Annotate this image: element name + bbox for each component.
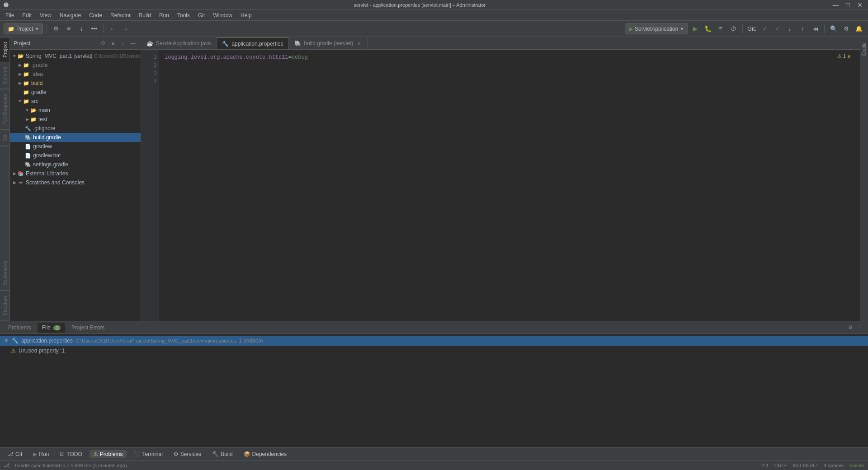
tree-label-gradlew: gradlew — [33, 143, 52, 150]
tab-git[interactable]: Git — [0, 130, 9, 146]
menu-view[interactable]: View — [36, 11, 55, 19]
line-sep[interactable]: CRLF — [774, 463, 788, 468]
menu-code[interactable]: Code — [85, 11, 106, 19]
problem-file-row[interactable]: ▼ 🔧 application.properties C:\Users\CK1R… — [0, 336, 868, 346]
settings-btn[interactable]: ⚙ — [841, 24, 852, 34]
project-errors-label: Project Errors — [71, 324, 104, 331]
tree-item-gradle[interactable]: 📁 gradle — [10, 88, 141, 97]
git-push[interactable]: ↑ — [797, 24, 808, 34]
tab-bookmarks[interactable]: Bookmarks — [0, 256, 9, 291]
tool-services[interactable]: ⚙ Services — [170, 450, 205, 458]
tab-servlet-java[interactable]: ☕ ServletApplication.java — [141, 38, 217, 49]
menu-tools[interactable]: Tools — [174, 11, 193, 19]
menu-help[interactable]: Help — [237, 11, 255, 19]
toolbar-sort[interactable]: ↕ — [76, 24, 87, 34]
panel-actions: ⚙ ≡ ↕ ••• — [99, 39, 137, 47]
tab-structure[interactable]: Structure — [0, 291, 9, 321]
profile-btn[interactable]: ⏱ — [728, 24, 739, 34]
tab-close-btn[interactable]: ✕ — [356, 40, 362, 47]
notifications-btn[interactable]: 🔔 — [854, 24, 864, 34]
panel-more-btn[interactable]: ••• — [129, 39, 137, 47]
git-check1[interactable]: ✓ — [759, 24, 770, 34]
dependencies-icon: 📦 — [244, 451, 250, 457]
tab-problems[interactable]: Problems — [4, 323, 36, 333]
tree-item-gitignore[interactable]: 🔧 .gitignore — [10, 124, 141, 133]
problem-item-row[interactable]: ⚠ Unused property :1 — [0, 346, 868, 356]
panel-layout-btn[interactable]: ≡ — [109, 39, 117, 47]
coverage-btn[interactable]: ☂ — [715, 24, 726, 34]
toolbar-more[interactable]: ••• — [89, 24, 99, 34]
expand-arrow: ▶ — [17, 80, 23, 86]
toolbar-git[interactable]: Git: — [746, 24, 757, 34]
tree-item-build-gradle[interactable]: 🐘 build.gradle — [10, 133, 141, 142]
git-branch[interactable]: master — [849, 463, 864, 468]
project-dropdown[interactable]: 📁 Project ▼ — [4, 24, 43, 34]
tool-dependencies[interactable]: 📦 Dependencies — [240, 450, 291, 458]
tab-commit[interactable]: Commit — [0, 62, 9, 89]
toolbar-back[interactable]: ← — [107, 24, 118, 34]
menu-edit[interactable]: Edit — [19, 11, 35, 19]
maximize-button[interactable]: □ — [844, 1, 852, 9]
line-num-3: 3 — [143, 70, 157, 78]
tree-item-settings-gradle[interactable]: 🐘 settings.gradle — [10, 160, 141, 169]
debug-btn[interactable]: 🐛 — [703, 24, 713, 34]
bottom-settings-btn[interactable]: ⚙ — [846, 324, 854, 332]
menu-navigate[interactable]: Navigate — [56, 11, 85, 19]
git-update[interactable]: ↓ — [784, 24, 795, 34]
status-left: ⎇ Gradle sync finished in 7 s 989 ms (3 … — [4, 462, 127, 468]
run-btn[interactable]: ▶ — [690, 24, 701, 34]
menu-window[interactable]: Window — [209, 11, 236, 19]
tool-problems[interactable]: ⚠ Problems — [90, 450, 127, 458]
tree-item-root[interactable]: ▼ 📂 Spring_MVC_part1 [servlet] C:\Users\… — [10, 52, 141, 61]
tree-item-src[interactable]: ▼ 📁 src — [10, 97, 141, 106]
menu-build[interactable]: Build — [135, 11, 155, 19]
git-history[interactable]: ⏮ — [810, 24, 821, 34]
indent[interactable]: 4 spaces — [824, 463, 844, 468]
tab-build-gradle[interactable]: 🐘 build.gradle (servlet) ✕ — [289, 38, 368, 49]
tree-item-gradle-hidden[interactable]: ▶ 📁 .gradle — [10, 61, 141, 70]
toolbar-settings[interactable]: ⚙ — [51, 24, 61, 34]
warning-nav: ∧ — [847, 53, 851, 59]
right-tab-gradle[interactable]: Gradle — [860, 39, 868, 60]
tree-item-test[interactable]: ▶ 📁 test — [10, 115, 141, 124]
tree-item-gradlew[interactable]: 📄 gradlew — [10, 142, 141, 151]
tree-item-main[interactable]: ▼ 📂 main — [10, 106, 141, 115]
tool-build[interactable]: 🔨 Build — [208, 450, 236, 458]
toolbar-forward[interactable]: → — [120, 24, 131, 34]
search-btn[interactable]: 🔍 — [828, 24, 839, 34]
menu-run[interactable]: Run — [156, 11, 173, 19]
tool-run[interactable]: ▶ Run — [29, 450, 52, 458]
tab-file[interactable]: File 1 — [38, 323, 65, 333]
menu-refactor[interactable]: Refactor — [107, 11, 134, 19]
tab-project[interactable]: Project — [0, 37, 9, 62]
line-col[interactable]: 2:1 — [762, 463, 769, 468]
tree-item-gradlew-bat[interactable]: 📄 gradlew.bat — [10, 151, 141, 160]
menu-file[interactable]: File — [2, 11, 18, 19]
encoding[interactable]: ISO-8859-1 — [793, 463, 818, 468]
minimize-button[interactable]: — — [831, 1, 841, 9]
menu-git[interactable]: Git — [194, 11, 208, 19]
tab-app-properties[interactable]: 🔧 application.properties — [217, 38, 289, 49]
editor-text-area[interactable]: logging.level.org.apache.coyote.http11=d… — [159, 50, 860, 321]
title-bar-controls[interactable]: — □ ✕ — [831, 1, 864, 9]
file-badge: 1 — [53, 325, 61, 330]
gradle-file-icon: 🐘 — [294, 40, 301, 47]
editor-warning-indicator[interactable]: ⚠ 1 ∧ — [837, 53, 851, 59]
tool-git[interactable]: ⎇ Git — [4, 450, 26, 458]
tool-todo[interactable]: ☑ TODO — [56, 450, 85, 458]
tree-item-idea[interactable]: ▶ 📁 .idea — [10, 70, 141, 79]
bottom-minimize-btn[interactable]: − — [856, 324, 864, 332]
panel-settings-btn[interactable]: ⚙ — [99, 39, 107, 47]
tree-item-external-libs[interactable]: ▶ 📚 External Libraries — [10, 169, 141, 178]
tree-item-scratches[interactable]: ▶ ✏ Scratches and Consoles — [10, 178, 141, 187]
tab-pull-requests[interactable]: Pull Requests — [0, 89, 9, 130]
tab-project-errors[interactable]: Project Errors — [67, 323, 109, 333]
tree-item-build[interactable]: ▶ 📁 build — [10, 79, 141, 88]
close-button[interactable]: ✕ — [855, 1, 864, 9]
git-check2[interactable]: ✓ — [772, 24, 783, 34]
toolbar-list[interactable]: ≡ — [63, 24, 74, 34]
tool-terminal[interactable]: ⬛ Terminal — [130, 450, 166, 458]
run-config-dropdown[interactable]: ▶ ServletApplication ▼ — [625, 24, 688, 34]
tool-problems-label: Problems — [100, 451, 123, 457]
panel-sort-btn[interactable]: ↕ — [119, 39, 127, 47]
